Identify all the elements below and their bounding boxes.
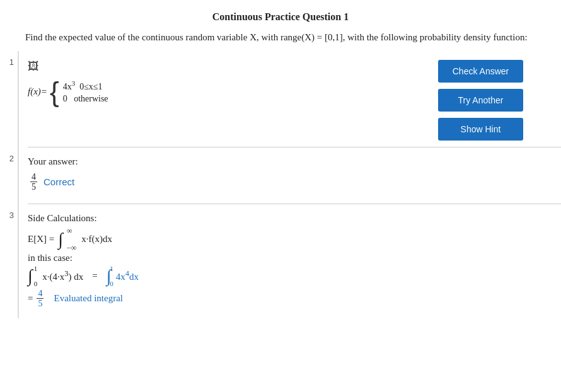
piecewise-formula: f(x)= { 4x3 0≤x≤1 0 otherwise <box>28 78 108 106</box>
limits-2: 1 0 <box>34 268 38 284</box>
correct-status: Correct <box>43 176 74 187</box>
image-icon: 🖼 <box>28 60 39 73</box>
integral-symbol-1: ∫ <box>58 231 63 248</box>
answer-fraction: 4 5 <box>30 172 37 192</box>
integrand-right: 4x4dx <box>116 269 139 282</box>
cases-list: 4x3 0≤x≤1 0 otherwise <box>63 79 108 105</box>
integrand-1: x·f(x)dx <box>81 234 112 245</box>
fx-label: f(x)= <box>28 86 47 97</box>
buttons-area: Check Answer Try Another Show Hint <box>438 55 561 141</box>
ex-definition-line: E[X] = ∫ ∞ −∞ x·f(x)dx <box>28 230 561 249</box>
answer-denominator: 5 <box>30 182 37 192</box>
answer-numerator: 4 <box>30 172 37 182</box>
result-fraction: 4 5 <box>37 289 43 309</box>
brace-symbol: { <box>50 78 59 106</box>
page-title: Continuous Practice Question 1 <box>0 0 561 30</box>
in-this-case-line: in this case: <box>28 253 561 263</box>
result-line: = 4 5 Evaluated integral <box>28 289 561 309</box>
line-number-1: 1 <box>0 51 18 147</box>
evaluated-integral-label: Evaluated integral <box>54 293 123 304</box>
formula-area: 🖼 f(x)= { 4x3 0≤x≤1 0 otherwise <box>28 55 438 106</box>
equals-sign-2: = <box>28 293 33 304</box>
equals-sign-1: = <box>92 270 97 281</box>
ex-label: E[X] = <box>28 234 54 245</box>
case-2: 0 otherwise <box>63 94 108 104</box>
check-answer-button[interactable]: Check Answer <box>438 60 523 83</box>
answer-row: 4 5 Correct <box>30 172 561 192</box>
integral-symbol-2: ∫ <box>28 267 33 285</box>
side-calc-title: Side Calculations: <box>28 213 561 224</box>
in-this-case-text: in this case: <box>28 253 72 263</box>
result-numerator: 4 <box>37 289 43 299</box>
limits-1: ∞ −∞ <box>67 230 76 249</box>
question-text: Find the expected value of the continuou… <box>25 30 536 45</box>
integrand-left: x·(4·x3) dx <box>42 269 83 282</box>
line-number-2: 2 <box>0 147 18 204</box>
try-another-button[interactable]: Try Another <box>438 89 523 112</box>
case-1: 4x3 0≤x≤1 <box>63 79 108 92</box>
show-hint-button[interactable]: Show Hint <box>438 118 523 141</box>
result-denominator: 5 <box>37 299 43 308</box>
integral-calculation-line: ∫ 1 0 x·(4·x3) dx = ∫ 1 0 4x4dx <box>28 267 561 285</box>
line-number-3: 3 <box>0 204 18 319</box>
right-integral-expr: ∫ 1 0 4x4dx <box>107 267 139 285</box>
your-answer-label: Your answer: <box>28 156 561 167</box>
